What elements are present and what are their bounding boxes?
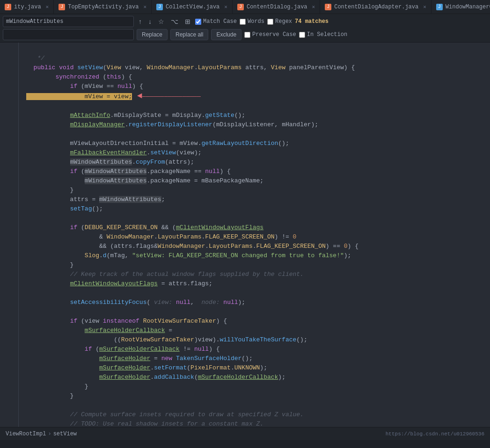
preserve-case-checkbox[interactable] <box>244 32 250 38</box>
regex-label: Regex <box>275 18 292 25</box>
tab-contentdialogadapter[interactable]: J ContentDialogAdapter.java ✕ <box>320 0 431 14</box>
replace-input-wrap <box>3 29 134 40</box>
preserve-case-checkbox-wrap[interactable]: Preserve Case <box>244 31 296 38</box>
tab-close-collectview[interactable]: ✕ <box>224 4 227 10</box>
line-numbers <box>0 43 19 427</box>
code-content[interactable]: */ public void setView(View view, Window… <box>19 43 490 427</box>
tab-icon-windowmanagerglobal: J <box>436 4 443 10</box>
tab-icon-collectview: J <box>156 4 163 10</box>
match-case-label: Match Case <box>203 18 237 25</box>
tab-topempty[interactable]: J TopEmptyActivity.java ✕ <box>54 0 152 14</box>
tab-close-contentdialog[interactable]: ✕ <box>312 4 315 10</box>
find-filter-button[interactable]: ⌥ <box>169 17 180 26</box>
tab-close-topempty[interactable]: ✕ <box>143 4 146 10</box>
tab-label-collectview: CollectView.java <box>166 4 219 10</box>
tab-collectview[interactable]: J CollectView.java ✕ <box>152 0 233 14</box>
tab-ity[interactable]: J ity.java ✕ <box>0 0 54 14</box>
status-left: ViewRootImpl › setView <box>6 431 77 437</box>
status-bar: ViewRootImpl › setView https://blog.csdn… <box>0 427 490 440</box>
replace-input[interactable] <box>6 31 131 38</box>
tab-label-topempty: TopEmptyActivity.java <box>68 4 139 10</box>
words-label: Words <box>248 18 264 25</box>
exclude-button[interactable]: Exclude <box>211 29 241 40</box>
find-ref-button[interactable]: ☆ <box>156 17 166 26</box>
tab-bar: J ity.java ✕ J TopEmptyActivity.java ✕ J… <box>0 0 490 14</box>
find-input-wrap <box>3 16 134 27</box>
tab-windowmanagerglobal[interactable]: J WindowManagerGlobal.java ✕ <box>431 0 490 14</box>
tab-label-windowmanagerglobal: WindowManagerGlobal.java <box>446 4 490 10</box>
tab-label-contentdialog: ContentDialog.java <box>247 4 307 10</box>
tab-icon-contentdialogadapter: J <box>325 4 331 10</box>
find-options-button[interactable]: ⊞ <box>183 17 192 26</box>
tab-close-ity[interactable]: ✕ <box>46 4 49 10</box>
search-toolbar: ↑ ↓ ☆ ⌥ ⊞ Match Case Words Regex 74 matc… <box>0 14 490 43</box>
code-container: */ public void setView(View view, Window… <box>0 43 490 427</box>
tab-icon-contentdialog: J <box>237 4 244 10</box>
tab-label-ity: ity.java <box>14 4 41 10</box>
replace-row: Replace Replace all Exclude Preserve Cas… <box>3 29 487 40</box>
words-checkbox[interactable] <box>240 19 246 25</box>
replace-all-button[interactable]: Replace all <box>170 29 208 40</box>
in-selection-checkbox-wrap[interactable]: In Selection <box>299 31 347 38</box>
find-next-button[interactable]: ↓ <box>146 17 154 26</box>
match-case-checkbox-wrap[interactable]: Match Case <box>195 18 237 25</box>
find-row: ↑ ↓ ☆ ⌥ ⊞ Match Case Words Regex 74 matc… <box>3 16 487 27</box>
breadcrumb-method: setView <box>53 431 77 437</box>
tab-icon-topempty: J <box>59 4 65 10</box>
replace-button[interactable]: Replace <box>137 29 168 40</box>
code-area: */ public void setView(View view, Window… <box>0 43 490 427</box>
status-url: https://blog.csdn.net/u012960536 <box>386 431 484 437</box>
in-selection-checkbox[interactable] <box>299 32 305 38</box>
match-count: 74 matches <box>295 18 329 25</box>
match-case-checkbox[interactable] <box>195 19 201 25</box>
words-checkbox-wrap[interactable]: Words <box>240 18 264 25</box>
tab-label-contentdialogadapter: ContentDialogAdapter.java <box>334 4 418 10</box>
tab-icon-ity: J <box>5 4 11 10</box>
in-selection-label: In Selection <box>307 31 347 38</box>
find-prev-button[interactable]: ↑ <box>137 17 144 26</box>
breadcrumb-file: ViewRootImpl <box>6 431 46 437</box>
breadcrumb: ViewRootImpl › setView <box>6 431 77 437</box>
preserve-case-label: Preserve Case <box>252 31 296 38</box>
tab-contentdialog[interactable]: J ContentDialog.java ✕ <box>233 0 320 14</box>
tab-close-contentdialogadapter[interactable]: ✕ <box>423 4 426 10</box>
breadcrumb-separator: › <box>48 431 51 437</box>
find-input[interactable] <box>6 18 131 25</box>
regex-checkbox[interactable] <box>267 19 273 25</box>
regex-checkbox-wrap[interactable]: Regex <box>267 18 292 25</box>
